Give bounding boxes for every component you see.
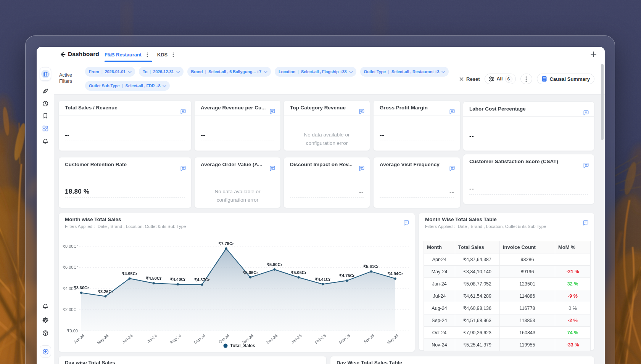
comment-icon[interactable] xyxy=(180,165,186,172)
cell-total-sales: ₹4,60,98,136 xyxy=(455,302,500,314)
data-point[interactable] xyxy=(129,277,131,280)
filter-chip-from[interactable]: From|2026-01-01 xyxy=(85,67,135,77)
kpi-card-customer-retention-rate: Customer Retention Rate18.80 % xyxy=(58,157,192,208)
kpi-divider xyxy=(65,197,185,198)
kpi-card-body: -- xyxy=(463,169,594,204)
tab-kds[interactable]: KDS xyxy=(157,47,176,62)
comment-icon[interactable] xyxy=(269,109,275,115)
kpi-card-header: Discount Impact on Rev... xyxy=(284,157,370,172)
feather-icon xyxy=(42,88,48,95)
briefcase-icon xyxy=(42,71,49,77)
cell-invoice-count: 113853 xyxy=(500,314,555,327)
bookmark-icon xyxy=(42,113,48,119)
comment-icon[interactable] xyxy=(180,109,186,115)
chip-name: Outlet Sub Type xyxy=(89,83,120,88)
cell-total-sales: ₹5,08,77,052 xyxy=(455,278,500,290)
sidebar-item-help[interactable] xyxy=(42,330,48,337)
table-card-day-wise-total-sales: Day Wise Total Sales Table xyxy=(330,356,594,364)
add-tab-icon[interactable] xyxy=(590,51,597,58)
kpi-value: 18.80 % xyxy=(65,188,89,196)
sidebar-item-add[interactable] xyxy=(40,345,51,358)
kpi-no-data-message: No data available or configuration error xyxy=(295,131,359,148)
data-point[interactable] xyxy=(104,295,106,298)
sidebar-item-dashboards[interactable] xyxy=(40,67,51,81)
tab-f-b-restaurant[interactable]: F&B Restaurant xyxy=(105,47,150,62)
sidebar-item-clock[interactable] xyxy=(42,101,48,107)
filter-chip-outlet-sub-type[interactable]: Outlet Sub Type|Select-all , FDR +8 xyxy=(85,81,170,91)
sidebar-item-gear[interactable] xyxy=(42,317,48,324)
filter-chip-location[interactable]: Location|Select-all , Flagship +38 xyxy=(275,67,356,77)
comment-icon[interactable] xyxy=(359,109,365,115)
table-row-jun-24: Jun-24₹5,08,77,05212350132 % xyxy=(424,278,591,290)
all-filters-button[interactable]: All 6 xyxy=(485,74,516,84)
causal-summary-button[interactable]: Causal Summary xyxy=(537,74,595,84)
data-point[interactable] xyxy=(177,283,179,285)
data-point[interactable] xyxy=(394,277,396,280)
chip-value: Select-all , FDR +8 xyxy=(126,83,161,88)
document-icon xyxy=(541,76,547,82)
kpi-card-body: -- xyxy=(374,115,460,151)
kpi-card-body: -- xyxy=(195,115,280,151)
data-point[interactable] xyxy=(249,276,251,279)
data-point-label: ₹3.26Cr xyxy=(98,289,113,294)
data-point[interactable] xyxy=(80,292,82,294)
filter-chip-to[interactable]: To|2026-12-31 xyxy=(139,67,184,77)
x-axis-tick-label: Feb-25 xyxy=(314,333,327,345)
cell-mom-percent: -2 % xyxy=(555,314,591,327)
chart-subtitle: Filters Applied :- Date , Brand , Locati… xyxy=(65,224,186,229)
comment-icon[interactable] xyxy=(583,110,589,116)
window-scrollbar[interactable] xyxy=(601,64,604,140)
data-point[interactable] xyxy=(370,270,372,273)
kpi-title: Top Category Revenue xyxy=(290,105,346,111)
data-point[interactable] xyxy=(273,268,275,271)
comment-icon[interactable] xyxy=(269,165,275,172)
data-point[interactable] xyxy=(298,276,300,279)
reset-filters-button[interactable]: Reset xyxy=(459,76,480,82)
kpi-divider xyxy=(469,142,588,142)
data-point[interactable] xyxy=(322,283,324,285)
sidebar-item-grid[interactable] xyxy=(42,125,48,132)
x-axis-tick-label: Apr-25 xyxy=(363,333,375,344)
x-axis-tick-label: Jan-25 xyxy=(290,333,303,344)
sidebar-item-feather[interactable] xyxy=(42,88,48,95)
cell-total-sales: ₹5,25,41,379 xyxy=(455,339,500,351)
kpi-value: -- xyxy=(469,132,474,140)
comment-icon[interactable] xyxy=(583,220,589,226)
cell-total-sales: ₹4,51,68,963 xyxy=(455,314,500,327)
chevron-down-icon xyxy=(128,71,132,73)
y-axis-tick-label: ₹0.00 xyxy=(67,329,78,333)
filter-chip-brand[interactable]: Brand|Select-all , 6 Ballygung... +7 xyxy=(187,67,271,77)
comment-icon[interactable] xyxy=(449,109,455,115)
cell-total-sales: ₹7,90,26,623 xyxy=(455,327,500,339)
comment-icon[interactable] xyxy=(359,165,365,172)
chip-separator: | xyxy=(101,69,103,74)
comment-icon[interactable] xyxy=(583,162,589,168)
kpi-card-top-category-revenue: Top Category RevenueNo data available or… xyxy=(283,100,370,151)
data-point[interactable] xyxy=(201,284,203,286)
sidebar-item-notifications[interactable] xyxy=(42,303,48,310)
cell-invoice-count: 93286 xyxy=(500,253,555,266)
tab-kebab-icon[interactable] xyxy=(171,52,176,57)
chip-name: To xyxy=(143,69,147,74)
kpi-card-body: No data available or configuration error xyxy=(284,115,370,151)
kpi-card-body: -- xyxy=(284,172,370,208)
data-point[interactable] xyxy=(346,279,348,282)
kpi-card-header: Average Order Value (A... xyxy=(195,157,280,172)
filter-more-options-button[interactable] xyxy=(520,74,532,84)
tune-icon xyxy=(489,76,494,82)
filter-chip-outlet-type[interactable]: Outlet Type|Select-all , Restaurant +3 xyxy=(360,67,449,77)
back-arrow-icon[interactable] xyxy=(60,51,66,58)
data-point[interactable] xyxy=(225,247,227,250)
tab-kebab-icon[interactable] xyxy=(145,52,150,57)
comment-icon[interactable] xyxy=(403,220,409,226)
kpi-value: -- xyxy=(65,131,69,139)
sidebar-item-bookmark[interactable] xyxy=(42,113,48,119)
comment-icon[interactable] xyxy=(449,165,455,172)
cell-invoice-count: 160843 xyxy=(500,327,555,339)
sidebar-item-bell[interactable] xyxy=(42,138,48,145)
legend-marker[interactable] xyxy=(224,344,228,348)
legend-label[interactable]: Total_Sales xyxy=(230,343,255,348)
data-point[interactable] xyxy=(153,282,155,284)
kpi-title: Customer Satisfaction Score (CSAT) xyxy=(469,159,558,164)
kpi-card-header: Average Revenue per Cu... xyxy=(195,101,280,115)
